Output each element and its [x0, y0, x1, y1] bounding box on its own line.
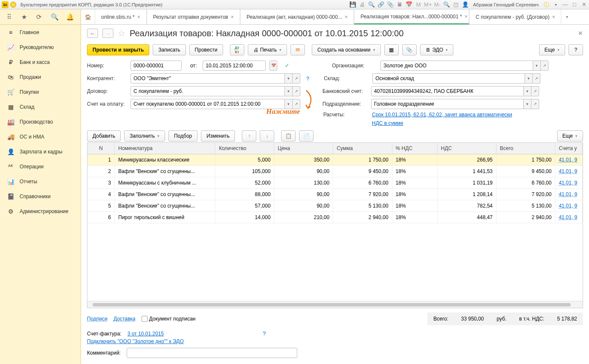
info-icon[interactable]: ⓘ	[543, 1, 550, 8]
sidebar-item-5[interactable]: ▦Склад	[0, 99, 81, 114]
edit-button[interactable]: Изменить	[201, 130, 235, 142]
org-input[interactable]	[380, 61, 533, 71]
tabs-menu[interactable]: ▾	[561, 9, 572, 24]
org-dropdown[interactable]: ▾	[533, 61, 541, 71]
calendar-button[interactable]: 📅	[270, 61, 277, 71]
structure-button[interactable]: ▦	[384, 44, 399, 55]
tab-close-icon[interactable]: ×	[137, 14, 140, 20]
sf-link[interactable]: 3 от 10.01.2015	[128, 331, 164, 337]
sidebar-item-12[interactable]: ⚙Администрирование	[0, 204, 81, 219]
col-header[interactable]: % НДС	[392, 143, 437, 154]
sidebar-item-10[interactable]: 📊Отчеты	[0, 174, 81, 189]
more-button[interactable]: Еще	[539, 44, 565, 55]
contract-input[interactable]	[131, 86, 285, 96]
calendar-icon[interactable]: 📅	[406, 1, 412, 8]
contragent-dropdown[interactable]: ▾	[285, 73, 293, 84]
favorite-button[interactable]: ☆	[118, 28, 125, 38]
dept-open[interactable]: ↗	[531, 99, 539, 109]
sidebar-item-2[interactable]: ₽Банк и касса	[0, 55, 81, 69]
minimize-icon[interactable]: —	[562, 1, 569, 8]
col-header[interactable]: Количество	[215, 143, 274, 154]
tab-close-icon[interactable]: ×	[464, 14, 467, 20]
save-button[interactable]: Записать	[153, 44, 186, 55]
move-down-button[interactable]: ↓	[260, 130, 274, 142]
sidebar-item-4[interactable]: 🛒Покупки	[0, 84, 81, 99]
number-input[interactable]	[131, 61, 182, 71]
acct-link[interactable]: 41.01, 9	[559, 191, 577, 197]
nav-fwd-button[interactable]: →	[102, 29, 113, 38]
sidebar-item-8[interactable]: 👤Зарплата и кадры	[0, 144, 81, 159]
calc-icon[interactable]: 🖩	[396, 1, 403, 8]
nav-back-button[interactable]: ←	[87, 29, 98, 38]
table-row[interactable]: 5Вафли "Венские" со сгущенны...57,00090,…	[87, 200, 583, 212]
tab-3[interactable]: Реализация товаров: Накл...0000-000001 *…	[354, 9, 469, 24]
tab-close-icon[interactable]: ×	[231, 14, 234, 20]
print-button[interactable]: 🖨Печать	[248, 44, 287, 55]
help-button[interactable]: ?	[569, 44, 583, 55]
delivery-link[interactable]: Доставка	[113, 316, 136, 322]
contract-dropdown[interactable]: ▾	[285, 86, 293, 96]
bank-dropdown[interactable]: ▾	[524, 86, 531, 96]
m-minus-button[interactable]: М-	[434, 1, 441, 8]
pick-button[interactable]: Подбор	[168, 130, 197, 142]
col-header[interactable]: НДС	[437, 143, 496, 154]
acct-link[interactable]: 41.01, 9	[559, 214, 577, 220]
signed-checkbox[interactable]: Документ подписан	[142, 316, 196, 322]
table-row[interactable]: 4Вафли "Венские" со сгущенны...88,00090,…	[87, 189, 583, 200]
links-icon[interactable]: 🔗	[377, 1, 384, 8]
contragent-input[interactable]	[131, 73, 285, 84]
close-window-icon[interactable]: ✕	[580, 1, 587, 8]
sidebar-item-7[interactable]: 🚚ОС и НМА	[0, 129, 81, 144]
save-icon[interactable]: 💾	[349, 1, 356, 8]
tab-close-icon[interactable]: ×	[552, 14, 555, 20]
favorites-icon[interactable]: ★	[21, 13, 28, 21]
col-header[interactable]: Счета у	[555, 143, 583, 154]
history-icon[interactable]: ⟳	[36, 13, 43, 21]
h-scrollbar[interactable]	[87, 301, 583, 308]
post-button[interactable]: Провести	[189, 44, 223, 55]
home-tab[interactable]: 🏠	[81, 9, 95, 24]
warehouse-open[interactable]: ↗	[533, 73, 540, 84]
contract-open[interactable]: ↗	[293, 86, 300, 96]
date-input[interactable]	[203, 61, 266, 71]
comment-input[interactable]	[127, 348, 297, 358]
zoom-icon[interactable]: 🔍	[443, 1, 450, 8]
table-row[interactable]: 3Миникруассаны с клубничным ...52,000130…	[87, 177, 583, 189]
maximize-icon[interactable]: □	[571, 1, 578, 8]
move-up-button[interactable]: ↑	[242, 130, 256, 142]
table-row[interactable]: 6Пирог тирольский с вишней14,000210,002 …	[87, 212, 583, 223]
tab-4[interactable]: С покупателем - руб. (Договор)×	[469, 9, 561, 24]
sf-help-icon[interactable]: ?	[261, 330, 267, 337]
tab-1[interactable]: Результат отправки документов×	[147, 9, 240, 24]
clip-icon[interactable]: 📎	[387, 1, 394, 8]
dtkt-button[interactable]: ДтКт	[230, 44, 244, 55]
print-icon[interactable]: 🖨	[359, 1, 366, 8]
m-button[interactable]: М	[415, 1, 422, 8]
edo-connect-link[interactable]: Подключить "ООО "Золотое дно"" к ЭДО	[87, 338, 184, 344]
col-header[interactable]: Сумма	[333, 143, 392, 154]
acct-link[interactable]: 41.01, 9	[559, 157, 577, 163]
tab-close-icon[interactable]: ×	[345, 14, 348, 20]
paste-button[interactable]: 📄	[299, 130, 313, 142]
sidebar-item-6[interactable]: 🏭Производство	[0, 114, 81, 129]
m-plus-button[interactable]: М+	[424, 1, 431, 8]
table-row[interactable]: 2Вафли "Венские" со сгущенны...105,00090…	[87, 166, 583, 177]
windows-icon[interactable]: ◫	[453, 1, 459, 8]
sidebar-item-3[interactable]: 🛍Продажи	[0, 69, 81, 84]
invoice-input[interactable]	[131, 99, 285, 109]
col-header[interactable]: Цена	[274, 143, 333, 154]
tab-2[interactable]: Реализация (акт, накладная) 0000-000...×	[240, 9, 354, 24]
sidebar-item-1[interactable]: 📈Руководителю	[0, 40, 81, 55]
page-close-button[interactable]: ✕	[578, 30, 583, 37]
copy-button[interactable]: 📋	[281, 130, 296, 142]
sidebar-item-0[interactable]: ≡Главное	[0, 25, 81, 40]
add-button[interactable]: Добавить	[87, 130, 121, 142]
apps-icon[interactable]: ⠿	[7, 13, 14, 21]
fill-button[interactable]: Заполнить	[124, 130, 165, 142]
sidebar-item-11[interactable]: 📓Справочники	[0, 189, 81, 204]
table-row[interactable]: 1Миникруассаны классические5,000350,001 …	[87, 154, 583, 166]
bank-open[interactable]: ↗	[531, 86, 539, 96]
nds-link[interactable]: НДС в сумме	[372, 120, 403, 126]
calc-link[interactable]: Срок 10.01.2015, 62.01, 62.02, зачет ава…	[372, 112, 512, 118]
user-name[interactable]: Абрамов Геннадий Сергеевич	[471, 2, 540, 7]
